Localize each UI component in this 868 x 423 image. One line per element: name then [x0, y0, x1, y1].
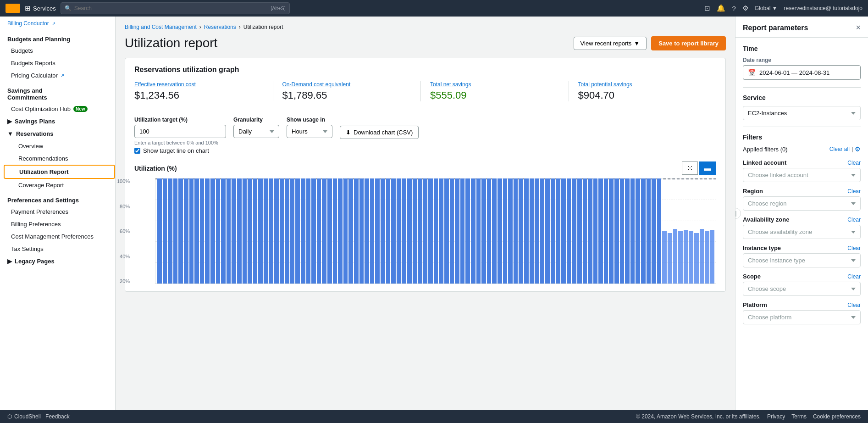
bar-101[interactable] [694, 233, 699, 284]
bar-89[interactable] [630, 178, 635, 284]
breadcrumb-billing[interactable]: Billing and Cost Management [125, 24, 197, 30]
instance-type-clear[interactable]: Clear [847, 245, 861, 251]
bar-98[interactable] [678, 231, 683, 284]
bar-70[interactable] [530, 178, 534, 284]
search-input[interactable] [74, 5, 268, 11]
stat-label-3[interactable]: Total potential savings [578, 81, 708, 88]
bar-43[interactable] [386, 178, 391, 284]
bar-39[interactable] [365, 178, 369, 284]
bar-61[interactable] [481, 178, 486, 284]
bar-3[interactable] [173, 178, 178, 284]
bar-view-button[interactable]: ▬ [699, 161, 716, 175]
bar-54[interactable] [444, 178, 449, 284]
breadcrumb-reservations[interactable]: Reservations [204, 24, 236, 30]
az-select[interactable]: Choose availability zone [743, 225, 861, 239]
sidebar-item-coverage-report[interactable]: Coverage Report [4, 179, 115, 191]
bar-103[interactable] [705, 231, 709, 284]
az-clear[interactable]: Clear [847, 217, 861, 223]
bar-12[interactable] [221, 178, 226, 284]
sidebar-item-budgets-reports[interactable]: Budgets Reports [0, 57, 115, 69]
bar-44[interactable] [391, 178, 396, 284]
bar-20[interactable] [264, 178, 268, 284]
bar-48[interactable] [413, 178, 417, 284]
bar-102[interactable] [700, 229, 704, 284]
sidebar-item-billing-prefs[interactable]: Billing Preferences [0, 218, 115, 230]
bar-63[interactable] [492, 178, 497, 284]
sidebar-item-recommendations[interactable]: Recommendations [4, 152, 115, 165]
bar-73[interactable] [545, 178, 550, 284]
bar-88[interactable] [625, 178, 630, 284]
sidebar-item-overview[interactable]: Overview [4, 140, 115, 152]
bar-29[interactable] [311, 178, 316, 284]
date-range-input[interactable]: 📅 2024-06-01 — 2024-08-31 [743, 65, 861, 80]
bar-6[interactable] [189, 178, 194, 284]
bar-67[interactable] [514, 178, 518, 284]
bar-71[interactable] [535, 178, 539, 284]
bar-0[interactable] [157, 178, 162, 284]
bar-42[interactable] [381, 178, 385, 284]
instance-type-select[interactable]: Choose instance type [743, 253, 861, 267]
bar-50[interactable] [423, 178, 428, 284]
bar-33[interactable] [333, 178, 337, 284]
bar-60[interactable] [476, 178, 481, 284]
bar-8[interactable] [200, 178, 205, 284]
bar-91[interactable] [641, 178, 646, 284]
bar-52[interactable] [434, 178, 438, 284]
bar-7[interactable] [194, 178, 199, 284]
bar-9[interactable] [205, 178, 210, 284]
bar-64[interactable] [498, 178, 502, 284]
bar-58[interactable] [465, 178, 470, 284]
services-menu[interactable]: ⊞ Services [25, 4, 56, 12]
bar-78[interactable] [572, 178, 576, 284]
bar-14[interactable] [232, 178, 236, 284]
bar-41[interactable] [375, 178, 380, 284]
bar-76[interactable] [561, 178, 566, 284]
bar-94[interactable] [657, 178, 662, 284]
bell-icon[interactable]: 🔔 [717, 4, 725, 12]
sidebar-item-tax[interactable]: Tax Settings [0, 243, 115, 255]
bar-22[interactable] [274, 178, 279, 284]
bar-36[interactable] [348, 178, 353, 284]
bar-21[interactable] [269, 178, 273, 284]
sidebar-item-payment[interactable]: Payment Preferences [0, 206, 115, 218]
search-bar[interactable]: 🔍 [Alt+S] [61, 2, 290, 14]
bar-85[interactable] [609, 178, 614, 284]
sidebar-item-billing-conductor[interactable]: Billing Conductor ↗ [0, 17, 115, 30]
bar-23[interactable] [280, 178, 284, 284]
bar-57[interactable] [460, 178, 465, 284]
clear-all-link[interactable]: Clear all [829, 146, 850, 152]
sidebar-item-utilization-report[interactable]: Utilization Report [4, 165, 115, 179]
sidebar-item-cost-optimization[interactable]: Cost Optimization Hub New [0, 103, 115, 115]
bar-34[interactable] [338, 178, 343, 284]
region-clear[interactable]: Clear [847, 188, 861, 195]
stat-label-0[interactable]: Effective reservation cost [134, 81, 264, 88]
bar-74[interactable] [551, 178, 555, 284]
bar-96[interactable] [668, 233, 672, 284]
bar-69[interactable] [524, 178, 529, 284]
scope-select[interactable]: Choose scope [743, 282, 861, 296]
sidebar-item-pricing-calculator[interactable]: Pricing Calculator ↗ [0, 69, 115, 82]
bar-24[interactable] [285, 178, 289, 284]
bar-55[interactable] [450, 178, 454, 284]
bar-86[interactable] [614, 178, 619, 284]
bar-81[interactable] [588, 178, 592, 284]
download-chart-button[interactable]: ⬇ Download chart (CSV) [340, 126, 419, 139]
stat-label-2[interactable]: Total net savings [430, 81, 559, 88]
bar-25[interactable] [290, 178, 295, 284]
bar-68[interactable] [519, 178, 523, 284]
bar-38[interactable] [359, 178, 364, 284]
bar-97[interactable] [673, 229, 678, 284]
linked-account-select[interactable]: Choose linked account [743, 168, 861, 182]
bar-19[interactable] [258, 178, 263, 284]
linked-account-clear[interactable]: Clear [847, 160, 861, 166]
bar-87[interactable] [620, 178, 625, 284]
bar-1[interactable] [163, 178, 167, 284]
sidebar-group-legacy[interactable]: ▶ Legacy Pages [0, 255, 115, 267]
bar-92[interactable] [647, 178, 651, 284]
bar-18[interactable] [253, 178, 258, 284]
utilization-target-input[interactable] [134, 125, 226, 138]
bar-37[interactable] [354, 178, 359, 284]
bar-11[interactable] [216, 178, 221, 284]
bar-53[interactable] [439, 178, 443, 284]
bar-32[interactable] [327, 178, 332, 284]
